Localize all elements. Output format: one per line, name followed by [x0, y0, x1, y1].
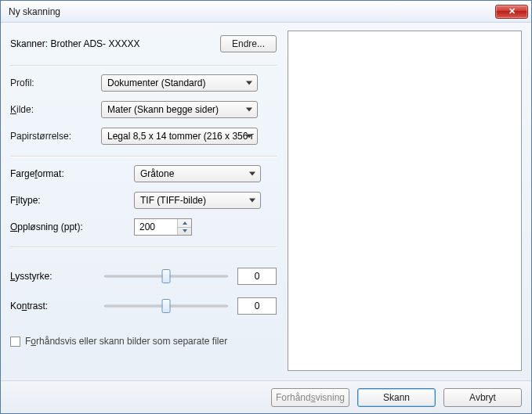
contrast-slider[interactable]	[101, 297, 231, 315]
scan-dialog: Ny skanning ✕ Skanner: Brother ADS- XXXX…	[0, 0, 532, 414]
filetype-select[interactable]: TIF (TIFF-bilde)	[134, 192, 261, 209]
spinner-up-icon[interactable]	[178, 219, 191, 227]
colorformat-label: Fargeformat:	[10, 168, 128, 179]
divider	[10, 65, 277, 67]
colorformat-select[interactable]: Gråtone	[134, 165, 261, 182]
preview-button[interactable]: Forhåndsvisning	[271, 388, 349, 407]
chevron-down-icon	[246, 81, 252, 85]
resolution-label: Oppløsning (ppt):	[10, 221, 128, 232]
separate-files-label: Forhåndsvis eller skann bilder som separ…	[25, 336, 227, 347]
divider	[10, 156, 277, 157]
papersize-label: Papirstørrelse:	[10, 131, 95, 142]
divider	[10, 247, 277, 248]
window-title: Ny skanning	[9, 6, 495, 17]
chevron-down-icon	[246, 135, 252, 139]
papersize-select[interactable]: Legal 8,5 x 14 tommer (216 x 356 r	[101, 128, 258, 145]
contrast-row: Kontrast: 0	[10, 297, 277, 315]
brightness-row: Lysstyrke: 0	[10, 267, 277, 286]
source-label: Kilde:	[10, 104, 95, 115]
preview-pane	[288, 31, 522, 371]
spinner-down-icon[interactable]	[178, 227, 191, 236]
cancel-button[interactable]: Avbryt	[443, 388, 522, 407]
content-area: Skanner: Brother ADS- XXXXX Endre... Pro…	[1, 23, 531, 380]
profile-label: Profil:	[10, 77, 95, 88]
change-scanner-button[interactable]: Endre...	[220, 35, 277, 52]
form-top: Profil: Dokumenter (Standard) Kilde: Mat…	[10, 74, 277, 145]
resolution-input[interactable]	[135, 219, 177, 235]
source-select[interactable]: Mater (Skann begge sider)	[101, 101, 258, 118]
dialog-footer: Forhåndsvisning Skann Avbryt	[1, 380, 531, 413]
titlebar: Ny skanning ✕	[1, 1, 531, 23]
slider-thumb[interactable]	[162, 269, 171, 283]
separate-files-checkbox[interactable]	[10, 337, 20, 347]
chevron-down-icon	[246, 108, 252, 112]
close-icon: ✕	[508, 6, 516, 16]
chevron-down-icon	[249, 199, 255, 203]
slider-thumb[interactable]	[162, 299, 171, 313]
settings-panel: Skanner: Brother ADS- XXXXX Endre... Pro…	[10, 31, 277, 371]
brightness-slider[interactable]	[101, 267, 231, 286]
form-mid: Fargeformat: Gråtone Filtype: TIF (TIFF-…	[10, 165, 277, 236]
contrast-label: Kontrast:	[10, 301, 95, 311]
close-button[interactable]: ✕	[495, 5, 528, 19]
brightness-value[interactable]: 0	[237, 268, 277, 285]
chevron-down-icon	[249, 172, 255, 176]
spinner-arrows[interactable]	[177, 219, 191, 235]
resolution-spinner[interactable]	[134, 218, 192, 236]
profile-select[interactable]: Dokumenter (Standard)	[101, 74, 258, 92]
separate-files-row[interactable]: Forhåndsvis eller skann bilder som separ…	[10, 336, 277, 347]
scanner-label: Skanner: Brother ADS- XXXXX	[10, 38, 139, 49]
scanner-row: Skanner: Brother ADS- XXXXX Endre...	[10, 31, 277, 63]
brightness-label: Lysstyrke:	[10, 271, 95, 282]
contrast-value[interactable]: 0	[237, 297, 277, 315]
filetype-label: Filtype:	[10, 195, 128, 206]
scan-button[interactable]: Skann	[357, 388, 436, 407]
